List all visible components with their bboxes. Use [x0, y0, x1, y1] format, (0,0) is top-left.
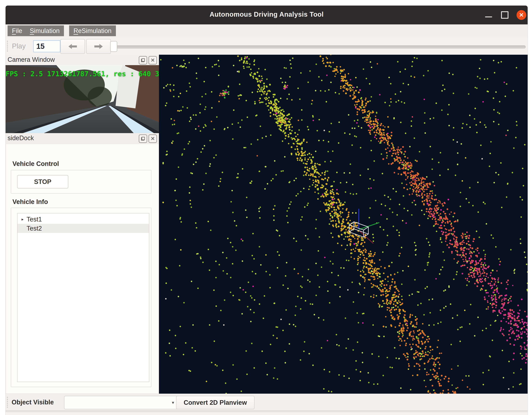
vehicle-info-group: ▸ Test1 Test2 — [11, 208, 151, 387]
camera-dock-float-button[interactable] — [139, 56, 147, 64]
sidedock-float-button[interactable] — [139, 135, 147, 143]
bottom-toolbar-drag-handle[interactable] — [7, 397, 9, 408]
vehicle-control-group: STOP — [11, 170, 151, 193]
expander-icon[interactable]: ▸ — [21, 217, 27, 222]
float-icon — [141, 137, 145, 141]
foliage-2 — [88, 87, 112, 107]
tree-row-test2[interactable]: Test2 — [18, 224, 149, 233]
object-visible-combobox[interactable]: ▾ — [64, 396, 178, 409]
lidar-viewport[interactable] — [159, 55, 528, 394]
vehicle-control-label: Vehicle Control — [12, 160, 59, 167]
close-icon: ✕ — [516, 10, 526, 20]
close-icon: ✕ — [151, 136, 155, 141]
vehicle-info-label: Vehicle Info — [12, 198, 48, 205]
chevron-down-icon: ▾ — [172, 400, 174, 405]
maximize-button[interactable] — [497, 6, 513, 24]
menu-item-simulation[interactable]: Simulation — [25, 25, 64, 36]
arrow-left-icon — [68, 44, 77, 49]
camera-dock-title: Camera Window — [8, 56, 55, 63]
bottom-toolbar: Object Visible ▾ Convert 2D Planview — [6, 394, 528, 411]
sidedock-header[interactable]: sideDock ✕ — [6, 133, 159, 144]
previous-frame-button[interactable] — [60, 39, 85, 54]
tree-row-test1[interactable]: ▸ Test1 — [18, 215, 149, 224]
frame-slider-handle[interactable] — [110, 41, 117, 52]
statusbar — [6, 412, 528, 415]
titlebar[interactable]: Autonomous Driving Analysis Tool ✕ — [6, 6, 528, 24]
window-title: Autonomous Driving Analysis Tool — [6, 11, 528, 18]
sidedock-title: sideDock — [8, 135, 34, 142]
next-frame-button[interactable] — [86, 39, 111, 54]
play-button[interactable]: Play — [12, 37, 26, 55]
close-button[interactable]: ✕ — [512, 6, 531, 24]
playback-toolbar: Play 15 — [6, 37, 528, 55]
minimize-icon — [485, 17, 492, 17]
camera-feed-image: FPS : 2.5 1713261787.561, res : 640 3 — [6, 65, 159, 133]
minimize-button[interactable] — [481, 6, 497, 24]
stop-button[interactable]: STOP — [17, 175, 68, 188]
pointcloud-canvas[interactable] — [159, 55, 528, 394]
fps-overlay-text: FPS : 2.5 1713261787.561, res : 640 3 — [6, 70, 159, 78]
sidedock-close-button[interactable]: ✕ — [149, 135, 157, 143]
toolbar-drag-handle[interactable] — [7, 41, 9, 51]
menu-bar: File Simulation ReSimulation — [6, 24, 528, 38]
menu-item-file[interactable]: File — [8, 25, 27, 36]
convert-2d-planview-button[interactable]: Convert 2D Planview — [176, 396, 255, 409]
sidedock-body: Vehicle Control STOP Vehicle Info ▸ Test… — [6, 144, 159, 394]
camera-dock-header[interactable]: Camera Window ✕ — [6, 55, 159, 65]
object-visible-label: Object Visible — [12, 394, 54, 411]
frame-number-input[interactable]: 15 — [33, 40, 60, 52]
maximize-icon — [501, 11, 508, 19]
tree-item-label: Test2 — [27, 225, 42, 232]
vehicle-info-tree: ▸ Test1 Test2 — [17, 213, 149, 382]
frame-slider-track[interactable] — [114, 45, 526, 48]
camera-dock-close-button[interactable]: ✕ — [149, 56, 157, 64]
menu-item-resimulation[interactable]: ReSimulation — [69, 25, 116, 36]
arrow-right-icon — [94, 44, 103, 49]
tree-item-label: Test1 — [27, 216, 42, 223]
app-window: Autonomous Driving Analysis Tool ✕ File … — [5, 6, 528, 415]
close-icon: ✕ — [151, 58, 155, 63]
float-icon — [141, 58, 145, 62]
